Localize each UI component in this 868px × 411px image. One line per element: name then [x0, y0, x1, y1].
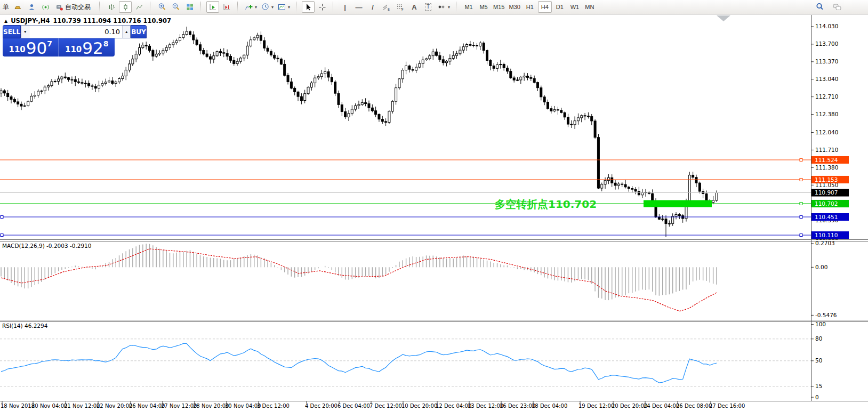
panel-separators[interactable] — [0, 15, 868, 401]
community-button[interactable] — [25, 1, 38, 13]
equidistant-channel-icon: E — [382, 3, 391, 11]
svg-text:20 Dec 20:00: 20 Dec 20:00 — [612, 403, 647, 409]
chat-icon[interactable] — [833, 3, 842, 11]
zoom-out-button[interactable] — [170, 1, 182, 13]
cursor-button[interactable] — [302, 1, 315, 13]
text-tool[interactable]: A — [408, 1, 421, 13]
timeframe-group: M1M5M15M30H1H4D1W1MN — [461, 1, 597, 13]
arrows-tool[interactable]: ▾ — [436, 1, 452, 13]
rsi-indicator-label: RSI(14) 46.2294 — [2, 323, 47, 329]
svg-text:30 Nov 04:00: 30 Nov 04:00 — [225, 403, 261, 409]
bar-chart-button[interactable] — [105, 1, 118, 13]
price-axis[interactable]: 114.030113.700113.370113.040112.710112.3… — [811, 23, 849, 400]
label-tool[interactable]: T — [422, 1, 435, 13]
autotrading-robot-icon — [55, 3, 63, 11]
fibonacci-tool[interactable]: F — [394, 1, 407, 13]
line-handle[interactable] — [800, 178, 802, 181]
svg-text:21 Nov 12:00: 21 Nov 12:00 — [64, 403, 100, 409]
timeframe-m15[interactable]: M15 — [492, 1, 506, 13]
line-handle[interactable] — [1, 215, 3, 218]
turning-point-annotation: 多空转折点110.702 — [495, 198, 597, 211]
lot-increase-button[interactable]: ▲ — [122, 26, 130, 38]
svg-text:113.370: 113.370 — [815, 58, 838, 65]
vertical-line-tool[interactable]: | — [339, 1, 351, 13]
svg-text:13 Dec 12:00: 13 Dec 12:00 — [468, 403, 503, 409]
line-handle[interactable] — [800, 158, 802, 161]
timeframe-h4[interactable]: H4 — [538, 1, 552, 13]
svg-text:6 Dec 04:00: 6 Dec 04:00 — [337, 403, 370, 409]
periods-button[interactable]: ▾ — [260, 1, 275, 13]
svg-text:111.710: 111.710 — [815, 147, 838, 153]
trendline-tool[interactable]: / — [366, 1, 379, 13]
timeframe-m1[interactable]: M1 — [462, 1, 476, 13]
arrows-caret-icon[interactable]: ▾ — [448, 5, 450, 10]
toolbar-separator — [99, 2, 102, 12]
market-watch-button[interactable] — [11, 1, 24, 13]
svg-text:50: 50 — [815, 357, 822, 364]
indicators-caret-icon[interactable]: ▾ — [255, 5, 257, 10]
auto-scroll-button[interactable] — [206, 1, 219, 13]
channel-tool[interactable]: E — [380, 1, 393, 13]
svg-text:110.907: 110.907 — [815, 189, 838, 196]
turning-point-highlight-box[interactable] — [644, 200, 712, 207]
line-chart-button[interactable] — [133, 1, 146, 13]
timeframe-w1[interactable]: W1 — [568, 1, 582, 13]
tile-windows-icon — [186, 3, 194, 11]
candles-group — [0, 27, 718, 237]
sell-price[interactable]: 110907 — [3, 38, 59, 57]
lot-size-control: ▼ ▲ — [21, 25, 131, 38]
new-order-button[interactable]: 单 — [3, 3, 9, 12]
horizontal-line-tool[interactable]: — — [352, 1, 365, 13]
toolbar-separator — [333, 2, 336, 12]
bar-chart-icon — [108, 3, 116, 11]
crosshair-button[interactable] — [316, 1, 328, 13]
template-caret-icon[interactable]: ▾ — [288, 5, 290, 10]
buy-price[interactable]: 110928 — [59, 38, 115, 57]
template-button[interactable]: ▾ — [276, 1, 292, 13]
chart-shift-button[interactable] — [220, 1, 233, 13]
search-icon[interactable] — [816, 3, 824, 11]
lot-decrease-button[interactable]: ▼ — [21, 26, 29, 38]
svg-text:22 Nov 20:00: 22 Nov 20:00 — [97, 403, 132, 409]
signals-button[interactable] — [39, 1, 52, 13]
svg-text:112.380: 112.380 — [815, 111, 838, 117]
svg-text:7 Dec 12:00: 7 Dec 12:00 — [369, 403, 402, 409]
chart-canvas[interactable]: 多空转折点110.702114.030113.700113.370113.040… — [0, 0, 868, 411]
line-handle[interactable] — [1, 234, 3, 237]
svg-text:114.030: 114.030 — [815, 23, 838, 29]
collapse-triangle-icon[interactable]: ▲ — [4, 19, 7, 23]
chart-shift-icon — [223, 3, 231, 11]
indicators-button[interactable]: ▾ — [243, 1, 259, 13]
sell-button[interactable]: SELL — [3, 25, 21, 38]
timeframe-mn[interactable]: MN — [583, 1, 597, 13]
chart-shift-marker[interactable] — [717, 15, 730, 21]
timeframe-d1[interactable]: D1 — [553, 1, 567, 13]
zoom-out-icon — [172, 3, 180, 11]
svg-text:110.110: 110.110 — [815, 232, 838, 238]
svg-text:112.710: 112.710 — [815, 93, 838, 100]
svg-text:0: 0 — [815, 394, 819, 400]
date-axis[interactable]: 18 Nov 201820 Nov 04:0021 Nov 12:0022 No… — [1, 401, 745, 409]
buy-button[interactable]: BUY — [131, 25, 147, 38]
zoom-in-button[interactable] — [156, 1, 168, 13]
autotrading-button[interactable]: 自动交易 — [53, 1, 95, 13]
text-tool-icon: A — [412, 3, 416, 11]
lot-size-input[interactable] — [29, 26, 122, 38]
one-click-top-row: SELL ▼ ▲ BUY — [3, 25, 115, 38]
line-handle[interactable] — [800, 234, 802, 237]
line-handle[interactable] — [800, 215, 802, 218]
autotrading-label: 自动交易 — [65, 3, 91, 12]
timeframe-h1[interactable]: H1 — [523, 1, 537, 13]
candlestick-chart-button[interactable] — [119, 1, 132, 13]
timeframe-m5[interactable]: M5 — [477, 1, 491, 13]
line-handle[interactable] — [800, 202, 802, 205]
periods-caret-icon[interactable]: ▾ — [271, 5, 274, 10]
toolbar-separator — [237, 2, 240, 12]
template-icon — [278, 3, 286, 11]
tile-windows-button[interactable] — [183, 1, 196, 13]
clock-icon — [261, 3, 270, 11]
svg-text:113.040: 113.040 — [815, 76, 838, 82]
timeframe-m30[interactable]: M30 — [507, 1, 521, 13]
one-click-price-row: 110907 110928 — [3, 38, 115, 57]
svg-text:16 Dec 23:00: 16 Dec 23:00 — [500, 403, 535, 409]
